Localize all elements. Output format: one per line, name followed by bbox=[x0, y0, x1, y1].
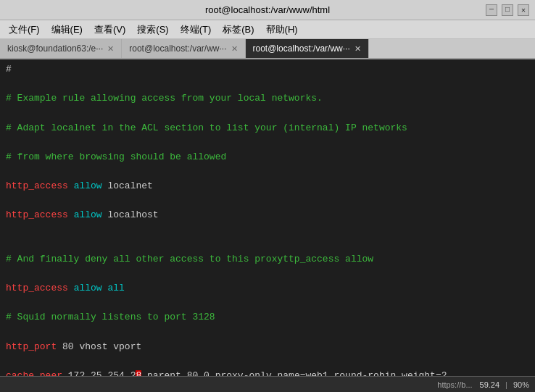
tab-2-close[interactable]: ✕ bbox=[231, 44, 238, 54]
tab-2-label: root@localhost:/var/ww··· bbox=[129, 43, 226, 54]
menu-search[interactable]: 搜索(S) bbox=[131, 22, 174, 38]
tab-1[interactable]: kiosk@foundation63:/e··· ✕ bbox=[0, 39, 122, 58]
menu-tags[interactable]: 标签(B) bbox=[217, 22, 260, 38]
close-button[interactable]: ✕ bbox=[518, 4, 529, 16]
status-url: https://b... bbox=[437, 380, 472, 389]
tab-3-close[interactable]: ✕ bbox=[354, 44, 361, 54]
menu-bar: 文件(F) 编辑(E) 查看(V) 搜索(S) 终端(T) 标签(B) 帮助(H… bbox=[0, 20, 535, 39]
maximize-button[interactable]: □ bbox=[502, 4, 513, 16]
editor-area: # # Example rule allowing access from yo… bbox=[0, 59, 535, 376]
status-position: 59.24 bbox=[480, 380, 500, 389]
menu-help[interactable]: 帮助(H) bbox=[260, 22, 304, 38]
tab-bar: kiosk@foundation63:/e··· ✕ root@localhos… bbox=[0, 39, 535, 59]
menu-view[interactable]: 查看(V) bbox=[88, 22, 131, 38]
title-bar-title: root@localhost:/var/www/html bbox=[49, 4, 486, 15]
menu-edit[interactable]: 编辑(E) bbox=[46, 22, 88, 38]
tab-1-close[interactable]: ✕ bbox=[107, 44, 114, 54]
menu-terminal[interactable]: 终端(T) bbox=[175, 22, 217, 38]
minimize-button[interactable]: ─ bbox=[486, 4, 497, 16]
menu-file[interactable]: 文件(F) bbox=[3, 22, 46, 38]
tab-3[interactable]: root@localhost:/var/ww··· ✕ bbox=[246, 39, 369, 58]
editor-content: # # Example rule allowing access from yo… bbox=[6, 62, 529, 376]
status-bar: https://b... 59.24 | 90% bbox=[0, 376, 535, 392]
title-bar: root@localhost:/var/www/html ─ □ ✕ bbox=[0, 0, 535, 20]
status-zoom: 90% bbox=[513, 380, 529, 389]
tab-3-label: root@localhost:/var/ww··· bbox=[253, 43, 350, 54]
tab-2[interactable]: root@localhost:/var/ww··· ✕ bbox=[122, 39, 245, 58]
tab-1-label: kiosk@foundation63:/e··· bbox=[7, 43, 103, 54]
title-bar-controls: ─ □ ✕ bbox=[486, 4, 529, 16]
